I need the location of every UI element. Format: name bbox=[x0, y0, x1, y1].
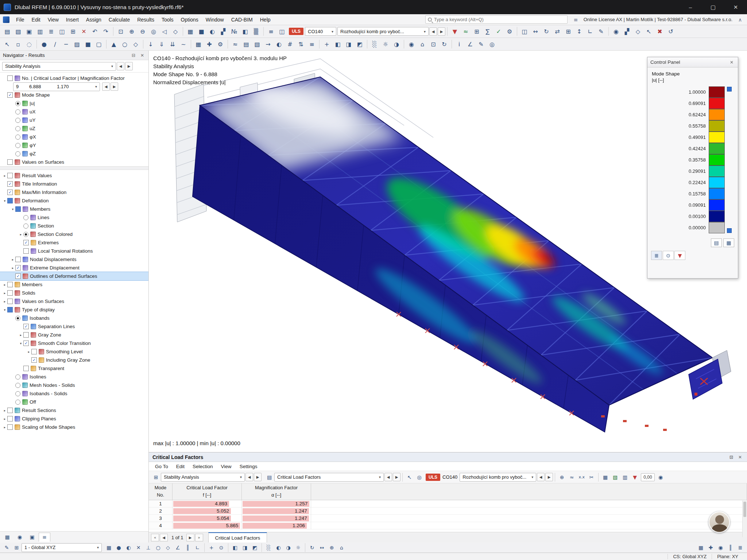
tree-item-title-information[interactable]: ✓Title Information bbox=[0, 180, 148, 188]
numbering-button[interactable]: № bbox=[229, 26, 240, 37]
table-combination-select[interactable]: Rozhodující komb pro vyboč... ▾ bbox=[460, 473, 536, 482]
opening-tool-button[interactable]: ▢ bbox=[93, 39, 104, 50]
result-diagrams-button[interactable]: ≈ bbox=[567, 472, 577, 482]
tree-item-uz[interactable]: uZ bbox=[0, 124, 148, 133]
surface-results-button[interactable]: ▧ bbox=[252, 39, 263, 50]
control-panel-close-icon[interactable]: ✕ bbox=[728, 60, 735, 65]
imperfection-button[interactable]: ~ bbox=[178, 39, 189, 50]
menu-edit[interactable]: Edit bbox=[28, 15, 44, 24]
magnification-factor-column-header[interactable]: Magnification Factorα [--] bbox=[242, 483, 311, 500]
member-tool-button[interactable]: ─ bbox=[61, 39, 71, 50]
checkbox[interactable]: ✓ bbox=[23, 324, 29, 329]
table-select[interactable]: Critical Load Factors ▾ bbox=[274, 473, 384, 482]
tree-item-x[interactable]: φX bbox=[0, 133, 148, 141]
table-menu-view[interactable]: View bbox=[217, 463, 236, 470]
tree-item-mesh-nodes-solids[interactable]: Mesh Nodes - Solids bbox=[0, 381, 148, 389]
interface-options-button[interactable]: ∧ bbox=[736, 16, 744, 24]
menu-options[interactable]: Options bbox=[177, 15, 202, 24]
next-table-button[interactable]: ▶ bbox=[186, 534, 194, 541]
tree-item-members[interactable]: ▾Members bbox=[0, 205, 148, 213]
load-combination-short-select[interactable]: CO140 ▾ bbox=[305, 27, 336, 36]
checkbox[interactable] bbox=[7, 198, 13, 203]
zoom-all-button[interactable]: ◎ bbox=[148, 26, 159, 37]
tree-item-outlines-of-deformed-surfaces[interactable]: ✓Outlines of Deformed Surfaces bbox=[0, 272, 148, 280]
zoom-out-button[interactable]: ⊖ bbox=[137, 26, 148, 37]
block-manager-button[interactable]: ⊞ bbox=[67, 26, 78, 37]
camera-view-button[interactable]: ⌂ bbox=[417, 39, 428, 50]
tree-item-including-gray-zone[interactable]: ✓Including Gray Zone bbox=[0, 356, 148, 364]
cut-values-button[interactable]: ✂ bbox=[587, 472, 596, 482]
expander-icon[interactable]: ▾ bbox=[10, 207, 15, 211]
viewport-3d[interactable]: CO140 - Rozhodující komb pro vybočení 3.… bbox=[149, 51, 747, 452]
critical-load-factor-cell[interactable]: 5.052 bbox=[173, 508, 242, 515]
table-float-icon[interactable]: ⊡ bbox=[728, 455, 735, 460]
shadow-display-button[interactable]: ◑ bbox=[391, 39, 402, 50]
table-menu-go-to[interactable]: Go To bbox=[151, 463, 172, 470]
clipping-box-button[interactable]: ▞ bbox=[622, 26, 632, 37]
load-cases-button[interactable]: ≡ bbox=[266, 26, 276, 37]
user-avatar[interactable] bbox=[709, 512, 730, 533]
object-snap-toggle-button[interactable]: ◉ bbox=[716, 543, 725, 552]
guidelines-button[interactable]: ║ bbox=[183, 543, 193, 552]
grid-display-button[interactable]: ▒ bbox=[251, 26, 262, 37]
checkbox[interactable]: ✓ bbox=[7, 190, 13, 195]
menu-cad-bim[interactable]: CAD-BIM bbox=[228, 15, 256, 24]
decimal-format-button[interactable]: 0,00 bbox=[641, 473, 654, 481]
checkbox[interactable]: ✓ bbox=[7, 181, 13, 187]
copy-graphic-button[interactable]: ◫ bbox=[57, 26, 67, 37]
previous-analysis-table-button[interactable]: ◀ bbox=[245, 473, 253, 481]
new-model-button[interactable]: ▤ bbox=[2, 26, 13, 37]
expander-icon[interactable]: ▸ bbox=[2, 300, 7, 303]
rotate-view-button[interactable]: ↻ bbox=[307, 543, 317, 552]
print-graphic-button[interactable]: ▥ bbox=[35, 26, 46, 37]
tree-item-nodal-displacements[interactable]: ▸Nodal Displacements bbox=[0, 255, 148, 264]
tree-item-section[interactable]: Section bbox=[0, 222, 148, 230]
previous-combination-button[interactable]: ◀ bbox=[429, 27, 437, 36]
next-combination-button[interactable]: ▶ bbox=[438, 27, 445, 36]
smooth-results-button[interactable]: ◐ bbox=[274, 39, 285, 50]
menu-help[interactable]: Help bbox=[256, 15, 274, 24]
sync-selection-button[interactable]: ↖ bbox=[405, 472, 414, 482]
member-diagrams-button[interactable]: ▤ bbox=[241, 39, 252, 50]
expander-icon[interactable]: ▸ bbox=[2, 283, 7, 287]
tree-item-values-on-surfaces[interactable]: ▸Values on Surfaces bbox=[0, 297, 148, 306]
checkbox[interactable] bbox=[7, 159, 13, 165]
checkbox[interactable] bbox=[7, 299, 13, 304]
plane-xy-button[interactable]: ◧ bbox=[332, 39, 343, 50]
next-table-nav-button[interactable]: ▶ bbox=[393, 473, 400, 481]
expander-icon[interactable]: ▸ bbox=[2, 291, 7, 295]
table-panel-header[interactable]: Critical Load Factors ⊡ ✕ bbox=[149, 452, 747, 462]
close-button[interactable]: ✕ bbox=[724, 0, 747, 14]
mirror-object-button[interactable]: ⇄ bbox=[552, 26, 563, 37]
generate-mesh-button[interactable]: ▦ bbox=[193, 39, 204, 50]
maximize-button[interactable]: ▢ bbox=[702, 0, 724, 14]
special-selection-button[interactable]: ↖ bbox=[643, 26, 654, 37]
expander-icon[interactable]: ▸ bbox=[18, 233, 23, 236]
tree-item-local-torsional-rotations[interactable]: Local Torsional Rotations bbox=[0, 247, 148, 255]
background-color-button[interactable]: ░ bbox=[264, 543, 274, 552]
magnification-factor-cell[interactable]: 1.206 bbox=[242, 522, 311, 529]
tree-item-z[interactable]: φZ bbox=[0, 149, 148, 158]
next-analysis-table-button[interactable]: ▶ bbox=[254, 473, 262, 481]
expander-icon[interactable]: ▸ bbox=[26, 350, 31, 354]
transparent-display-button[interactable]: ◐ bbox=[207, 26, 218, 37]
expander-icon[interactable]: ▸ bbox=[2, 174, 7, 178]
snap-toggle-button[interactable]: ✚ bbox=[706, 543, 716, 552]
search-input[interactable] bbox=[434, 17, 565, 22]
tree-item-y[interactable]: φY bbox=[0, 141, 148, 149]
checkbox[interactable] bbox=[7, 307, 13, 312]
measure-button[interactable]: ↕ bbox=[574, 26, 585, 37]
isometric-view-button[interactable]: ◇ bbox=[170, 26, 181, 37]
panel-display-options-button[interactable]: ▤ bbox=[711, 238, 722, 247]
previous-table-button[interactable]: ◀ bbox=[160, 534, 168, 541]
checkbox[interactable] bbox=[7, 290, 13, 296]
table-navigator-button[interactable]: ⊞ bbox=[151, 472, 161, 482]
checkbox[interactable]: ✓ bbox=[15, 273, 21, 279]
table-list-button[interactable]: ▤ bbox=[264, 472, 274, 482]
tree-item-max-min-information[interactable]: ✓Max/Min Information bbox=[0, 188, 148, 197]
radio[interactable] bbox=[15, 135, 20, 140]
tree-item-ux[interactable]: uX bbox=[0, 108, 148, 116]
rendering-mode-button[interactable]: ◐ bbox=[274, 543, 283, 552]
pan-view-button[interactable]: ↔ bbox=[317, 543, 327, 552]
radio[interactable] bbox=[15, 151, 20, 156]
